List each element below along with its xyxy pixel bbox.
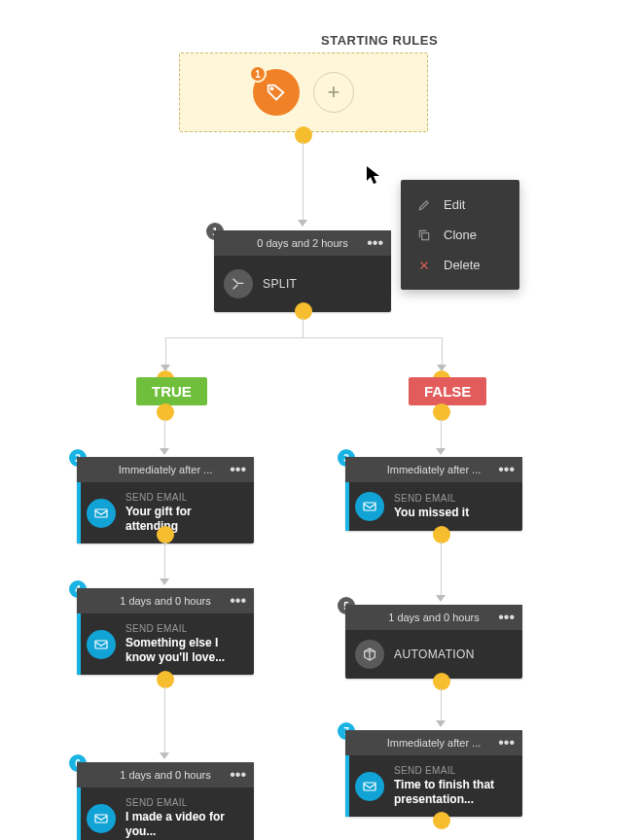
- true-branch-label: TRUE: [136, 377, 207, 405]
- connector-line: [164, 419, 165, 448]
- node-title: You missed it: [394, 506, 469, 520]
- email-icon: [355, 772, 384, 801]
- svg-rect-1: [95, 509, 107, 517]
- connector-dot[interactable]: [433, 526, 450, 543]
- split-icon: [224, 269, 253, 298]
- svg-rect-2: [364, 503, 375, 510]
- node-type-label: SEND EMAIL: [125, 623, 244, 634]
- connector-dot[interactable]: [433, 403, 450, 421]
- connector-line: [165, 337, 442, 338]
- context-menu-clone[interactable]: Clone: [401, 220, 519, 250]
- copy-icon: [416, 228, 432, 242]
- starting-rules-label: STARTING RULES: [321, 33, 438, 48]
- node-menu-button[interactable]: •••: [498, 610, 515, 625]
- connector-line: [303, 318, 304, 337]
- connector-dot[interactable]: [433, 673, 450, 690]
- tag-count-badge: 1: [249, 65, 267, 83]
- connector-line: [164, 542, 165, 578]
- connector-line: [441, 688, 442, 720]
- connector-dot[interactable]: [433, 812, 450, 829]
- connector-line: [441, 542, 442, 595]
- menu-label: Clone: [444, 228, 477, 242]
- email-icon: [87, 804, 116, 833]
- arrow-icon: [436, 448, 446, 455]
- email-icon: [87, 499, 116, 528]
- connector-dot[interactable]: [295, 126, 312, 144]
- tag-icon: [266, 82, 287, 103]
- node-type-label: SPLIT: [263, 277, 297, 292]
- email-icon: [87, 630, 116, 659]
- node-menu-button[interactable]: •••: [230, 462, 246, 477]
- node-delay-text: 0 days and 2 hours: [257, 237, 348, 249]
- node-title: Something else I know you'll love...: [125, 636, 244, 665]
- svg-rect-3: [95, 641, 107, 648]
- pencil-icon: [416, 198, 432, 212]
- tag-trigger[interactable]: 1: [253, 69, 300, 116]
- arrow-icon: [160, 448, 169, 455]
- context-menu-delete[interactable]: Delete: [401, 250, 519, 280]
- connector-line: [303, 142, 304, 220]
- arrow-icon: [160, 752, 169, 759]
- arrow-icon: [160, 578, 169, 585]
- node-type-label: SEND EMAIL: [125, 797, 244, 808]
- node-title: Your gift for attending: [125, 505, 244, 534]
- automation-canvas[interactable]: STARTING RULES 1 + 1 0 days and 2 hours …: [0, 0, 643, 840]
- node-delay-text: Immediately after ...: [387, 464, 482, 475]
- false-branch-label: FALSE: [409, 377, 486, 405]
- node-delay-text: 1 days and 0 hours: [120, 595, 211, 607]
- connector-dot[interactable]: [157, 671, 174, 688]
- context-menu: Edit Clone Delete: [401, 180, 519, 290]
- svg-point-0: [270, 88, 272, 89]
- arrow-icon: [298, 220, 307, 227]
- connector-dot[interactable]: [157, 403, 174, 421]
- node-delay-text: Immediately after ...: [119, 464, 213, 475]
- plus-icon: +: [328, 80, 340, 105]
- connector-dot[interactable]: [295, 302, 312, 320]
- node-type-label: SEND EMAIL: [125, 492, 244, 503]
- email-icon: [355, 492, 384, 521]
- node-header: 1 days and 0 hours •••: [77, 588, 254, 613]
- node-header: 0 days and 2 hours •••: [214, 230, 391, 256]
- arrow-icon: [436, 595, 446, 602]
- node-type-label: SEND EMAIL: [394, 765, 513, 776]
- node-delay-text: 1 days and 0 hours: [120, 769, 211, 781]
- cursor-icon: [366, 165, 381, 190]
- email-node[interactable]: 7 Immediately after ... ••• SEND EMAIL T…: [345, 730, 522, 817]
- connector-line: [165, 337, 166, 365]
- node-title: Time to finish that presentation...: [394, 778, 513, 807]
- email-node[interactable]: 6 1 days and 0 hours ••• SEND EMAIL I ma…: [77, 762, 254, 840]
- automation-node[interactable]: 5 1 days and 0 hours ••• AUTOMATION: [345, 605, 522, 679]
- node-header: 1 days and 0 hours •••: [77, 762, 254, 788]
- node-delay-text: 1 days and 0 hours: [388, 612, 480, 623]
- node-delay-text: Immediately after ...: [387, 737, 482, 749]
- arrow-icon: [436, 720, 446, 727]
- starting-rules-box[interactable]: 1 +: [179, 52, 428, 132]
- svg-rect-5: [364, 783, 375, 790]
- split-node[interactable]: 1 0 days and 2 hours ••• SPLIT: [214, 230, 391, 312]
- node-type-label: AUTOMATION: [394, 648, 475, 662]
- node-header: 1 days and 0 hours •••: [345, 605, 522, 630]
- context-menu-edit[interactable]: Edit: [401, 190, 519, 220]
- connector-line: [441, 419, 442, 448]
- add-trigger-button[interactable]: +: [313, 72, 354, 113]
- email-node[interactable]: 4 1 days and 0 hours ••• SEND EMAIL Some…: [77, 588, 254, 675]
- node-menu-button[interactable]: •••: [230, 593, 246, 609]
- node-header: Immediately after ... •••: [345, 457, 522, 482]
- svg-rect-6: [422, 232, 429, 239]
- menu-label: Edit: [444, 197, 465, 212]
- node-header: Immediately after ... •••: [77, 457, 254, 482]
- email-node[interactable]: 3 Immediately after ... ••• SEND EMAIL Y…: [345, 457, 522, 531]
- node-menu-button[interactable]: •••: [367, 235, 383, 251]
- close-icon: [416, 260, 432, 271]
- node-menu-button[interactable]: •••: [498, 735, 515, 751]
- node-header: Immediately after ... •••: [345, 730, 522, 755]
- node-menu-button[interactable]: •••: [230, 767, 246, 783]
- connector-line: [164, 686, 165, 752]
- connector-dot[interactable]: [157, 526, 174, 543]
- svg-rect-4: [95, 815, 107, 822]
- node-menu-button[interactable]: •••: [498, 462, 515, 477]
- connector-line: [442, 337, 443, 365]
- automation-icon: [355, 640, 384, 669]
- menu-label: Delete: [444, 258, 481, 272]
- node-title: I made a video for you...: [125, 810, 244, 839]
